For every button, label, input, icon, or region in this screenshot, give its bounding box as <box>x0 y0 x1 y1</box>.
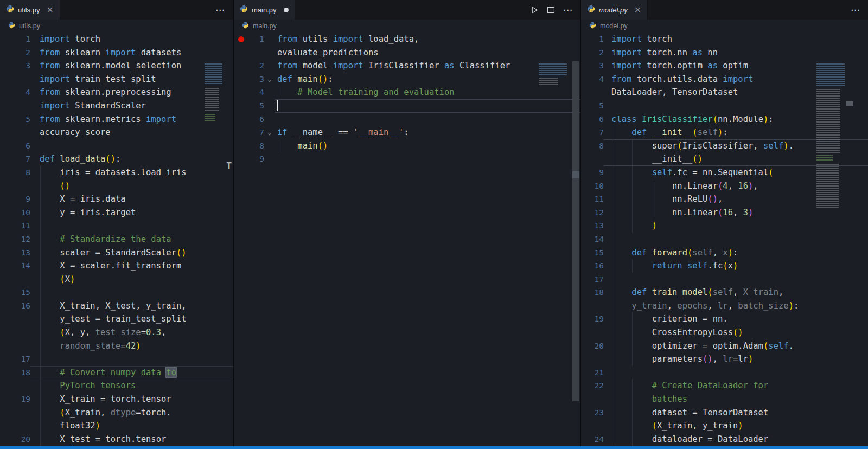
code-line[interactable]: 1import torch <box>581 33 868 46</box>
tab-model-py[interactable]: model.py × <box>581 0 648 20</box>
code-line[interactable]: random_state=42) <box>0 339 233 353</box>
vertical-scrollbar[interactable] <box>572 61 579 401</box>
gutter[interactable] <box>0 99 30 113</box>
gutter[interactable]: 5 <box>0 113 30 126</box>
code-line[interactable]: 16 return self.fc(x) <box>581 259 868 273</box>
gutter[interactable]: 19 <box>581 312 604 326</box>
gutter[interactable]: 4 <box>234 86 264 99</box>
code-line[interactable]: 2import torch.nn as nn <box>581 46 868 60</box>
code-line[interactable]: 1from utils import load_data, <box>234 33 581 46</box>
code-line[interactable]: y_train, epochs, lr, batch_size): <box>581 299 868 313</box>
gutter[interactable]: 20 <box>581 339 604 353</box>
gutter[interactable]: 13 <box>581 219 604 233</box>
gutter[interactable] <box>0 406 30 420</box>
code-line[interactable]: evaluate_predictions <box>234 46 581 60</box>
gutter[interactable]: 3 <box>0 59 30 73</box>
code-editor-utils[interactable]: 1import torch2from sklearn import datase… <box>0 33 233 449</box>
gutter[interactable]: 12 <box>0 233 30 246</box>
gutter[interactable] <box>0 326 30 339</box>
gutter[interactable]: 6 <box>0 139 30 153</box>
minimap[interactable] <box>539 63 567 88</box>
gutter[interactable] <box>581 393 604 406</box>
gutter[interactable] <box>0 339 30 353</box>
tab-dirty-indicator[interactable] <box>284 8 289 12</box>
code-line[interactable]: 2from sklearn import datasets <box>0 46 233 60</box>
breadcrumb[interactable]: main.py <box>234 20 581 33</box>
breadcrumb[interactable]: model.py <box>581 20 868 33</box>
gutter[interactable] <box>581 152 604 166</box>
gutter[interactable]: 6 <box>234 113 264 126</box>
code-line[interactable]: () <box>0 179 233 193</box>
code-line[interactable]: 13 scaler = StandardScaler() <box>0 246 233 260</box>
gutter[interactable]: 8 <box>0 166 30 179</box>
code-line[interactable]: 16 X_train, X_test, y_train, <box>0 299 233 313</box>
gutter[interactable]: 5 <box>581 99 604 113</box>
code-line[interactable]: 9 <box>234 152 581 166</box>
gutter[interactable]: 7 <box>234 126 264 139</box>
gutter[interactable]: 11 <box>581 193 604 206</box>
tab-main-py[interactable]: main.py <box>234 0 295 20</box>
gutter[interactable]: 12 <box>581 206 604 220</box>
gutter[interactable]: 17 <box>581 273 604 286</box>
code-editor-main[interactable]: 1from utils import load_data,evaluate_pr… <box>234 33 581 449</box>
gutter[interactable]: 17 <box>0 352 30 366</box>
code-line[interactable]: 19 criterion = nn. <box>581 312 868 326</box>
code-line[interactable]: 14 X = scaler.fit_transform <box>0 259 233 273</box>
gutter[interactable]: 16 <box>0 299 30 313</box>
code-line[interactable]: 11 <box>0 219 233 233</box>
gutter[interactable]: 2 <box>234 59 264 73</box>
code-line[interactable]: 3from sklearn.model_selection <box>0 59 233 73</box>
more-actions-button[interactable]: ⋯ <box>563 5 573 15</box>
gutter[interactable] <box>0 273 30 286</box>
gutter[interactable]: 1 <box>234 33 264 46</box>
code-line[interactable]: parameters(), lr=lr) <box>581 352 868 366</box>
code-line[interactable]: CrossEntropyLoss() <box>581 326 868 339</box>
split-editor-button[interactable] <box>547 6 555 14</box>
gutter[interactable]: 13 <box>0 246 30 260</box>
gutter[interactable] <box>0 126 30 139</box>
code-line[interactable]: 21 <box>581 366 868 380</box>
gutter[interactable]: 19 <box>0 393 30 406</box>
breakpoint-icon[interactable] <box>238 36 244 42</box>
gutter[interactable] <box>0 379 30 393</box>
more-actions-button[interactable]: ⋯ <box>215 5 225 15</box>
code-line[interactable]: 24 dataloader = DataLoader <box>581 433 868 446</box>
code-line[interactable]: accuracy_score <box>0 126 233 139</box>
gutter[interactable]: 23 <box>581 406 604 420</box>
code-line[interactable]: 17 <box>581 273 868 286</box>
gutter[interactable]: 20 <box>0 433 30 446</box>
tab-close-icon[interactable]: × <box>634 5 641 14</box>
code-line[interactable]: 20 optimizer = optim.Adam(self. <box>581 339 868 353</box>
gutter[interactable] <box>581 326 604 339</box>
code-line[interactable]: 17 <box>0 352 233 366</box>
gutter[interactable]: 7 <box>581 126 604 139</box>
code-line[interactable]: batches <box>581 393 868 406</box>
more-actions-button[interactable]: ⋯ <box>851 5 860 15</box>
code-line[interactable]: (X) <box>0 273 233 286</box>
gutter[interactable]: 9 <box>234 152 264 166</box>
gutter[interactable] <box>581 86 604 99</box>
gutter[interactable]: 11 <box>0 219 30 233</box>
gutter[interactable]: 4 <box>0 86 30 99</box>
gutter[interactable]: 1 <box>581 33 604 46</box>
code-line[interactable]: 13 ) <box>581 219 868 233</box>
code-line[interactable]: 3⌄def main(): <box>234 73 581 86</box>
gutter[interactable]: 14 <box>581 233 604 246</box>
code-line[interactable]: 4 # Model training and evaluation <box>234 86 581 99</box>
code-editor-model[interactable]: 1import torch2import torch.nn as nn3impo… <box>581 33 868 449</box>
code-line[interactable]: 7def load_data(): <box>0 152 233 166</box>
code-line[interactable]: import train_test_split <box>0 73 233 86</box>
gutter[interactable]: 24 <box>581 433 604 446</box>
run-python-file-button[interactable] <box>531 6 539 14</box>
gutter[interactable]: 21 <box>581 366 604 380</box>
code-line[interactable]: 22 # Create DataLoader for <box>581 379 868 393</box>
gutter[interactable]: 10 <box>0 206 30 220</box>
code-line[interactable]: 15 <box>0 286 233 299</box>
code-line[interactable]: 2from model import IrisClassifier as Cla… <box>234 59 581 73</box>
code-line[interactable]: float32) <box>0 419 233 433</box>
minimap[interactable] <box>205 63 222 123</box>
gutter[interactable]: 18 <box>0 366 30 380</box>
code-line[interactable]: 6 <box>0 139 233 153</box>
code-line[interactable]: 4from sklearn.preprocessing <box>0 86 233 99</box>
code-line[interactable]: y_test = train_test_split <box>0 312 233 326</box>
